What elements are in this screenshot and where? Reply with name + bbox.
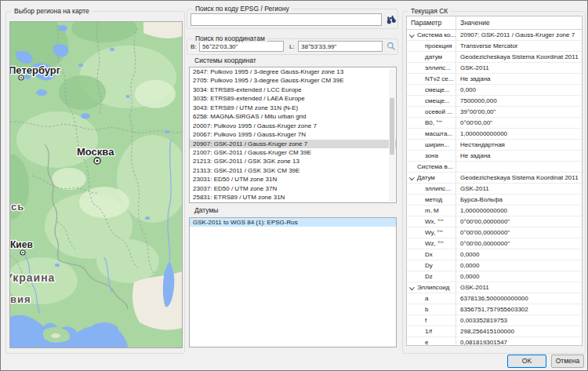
datum-list-item[interactable]: GSK-2011 to WGS 84 (1): EPSG-Rus	[190, 218, 396, 227]
cs-parameter-cell: b	[407, 304, 456, 315]
crs-list-item[interactable]: 2647: Pulkovo 1995 / 3-degree Gauss-Krug…	[190, 67, 396, 76]
cs-table-row[interactable]: Wz, °'"0°00'00,0000000"	[407, 238, 582, 249]
cs-table-row[interactable]: m, M1,000000000000	[407, 206, 582, 216]
ok-button[interactable]: OK	[507, 355, 546, 368]
cs-parameter-cell: смеще...	[407, 96, 456, 106]
cs-table-row[interactable]: осевой ...39°00'00,00"	[407, 107, 582, 118]
chevron-down-icon[interactable]	[409, 176, 414, 180]
cs-parameter-cell: Dy	[407, 260, 456, 271]
b-label: B:	[191, 43, 197, 50]
cs-table-row[interactable]: смеще...0,000	[407, 85, 582, 96]
cs-parameter-cell: Wy, °'"	[407, 227, 456, 238]
cs-parameter-cell: 1/f	[407, 326, 456, 336]
cs-table-row[interactable]: ЭллипсоидGSK-2011	[407, 282, 582, 293]
datum-list[interactable]: GSK-2011 to WGS 84 (1): EPSG-Rus	[189, 217, 397, 347]
crs-list-item[interactable]: 3043: ETRS89 / UTM zone 31N (N-E)	[190, 104, 396, 112]
crs-list-items: 2647: Pulkovo 1995 / 3-degree Gauss-Krug…	[190, 67, 396, 202]
column-header-parameter[interactable]: Параметр	[407, 16, 456, 29]
cs-parameter-cell: m, M	[407, 206, 456, 216]
cs-value-cell: 7500000,000	[456, 96, 582, 106]
cs-parameter-table[interactable]: Параметр Значение Система ко...20907: GS…	[406, 16, 583, 346]
crs-list-item[interactable]: 25831: ETRS89 / UTM zone 31N	[190, 193, 396, 202]
cs-parameter-cell: ширин...	[407, 140, 456, 150]
cs-parameter-cell: f	[407, 315, 456, 326]
chevron-down-icon[interactable]	[409, 33, 414, 38]
cs-table-row[interactable]: Dx0,0000	[407, 249, 582, 260]
crs-list-scrollbar-thumb[interactable]	[390, 98, 394, 155]
cs-table-row[interactable]: 1/f298,256415100000	[407, 326, 582, 337]
cs-table-row[interactable]: Dy0,0000	[407, 260, 582, 271]
cs-table-row[interactable]: Система ко...20907: GSK-2011 / Gauss-Kru…	[407, 30, 582, 41]
kiev-marker-dot	[22, 252, 24, 253]
crs-list-item[interactable]: 23037: ED50 / UTM zone 37N	[190, 184, 396, 193]
cs-parameter-cell: Wz, °'"	[407, 238, 456, 249]
crs-list-item[interactable]: 20067: Pulkovo 1995 / Gauss-Kruger 7N	[190, 130, 396, 139]
epsg-search-button[interactable]	[384, 13, 397, 25]
map-canvas: Петербург Москва Киев Украина сь вия	[10, 22, 182, 347]
cs-value-cell: 0°00'00,0000000"	[456, 238, 582, 249]
cs-table-row[interactable]: Dz0,0000	[407, 271, 582, 282]
l-label: L:	[289, 43, 295, 50]
cs-table-row[interactable]: масшта...1,000000000000	[407, 129, 582, 140]
l-coordinate-input[interactable]	[298, 41, 383, 52]
cs-value-cell: 6378136,500000000000	[456, 293, 582, 304]
chevron-down-icon[interactable]	[409, 286, 414, 290]
cs-table-row[interactable]: методБурса-Вольфа	[407, 195, 582, 206]
petersburg-marker-dot	[20, 77, 22, 78]
cs-parameter-cell: масшта...	[407, 129, 456, 139]
crs-list-item[interactable]: 2705: Pulkovo 1995 / 3-degree Gauss-Krug…	[190, 76, 396, 85]
cs-table-row[interactable]: f0,003352819753	[407, 315, 582, 326]
b-coordinate-input[interactable]	[199, 41, 284, 52]
map-label-belarus-fragment: сь	[11, 201, 24, 213]
cs-table-row[interactable]: a6378136,500000000000	[407, 293, 582, 304]
map-region-group-title: Выбор региона на карте	[12, 7, 92, 15]
crs-list-item[interactable]: 21007: GSK-2011 / Gauss-Kruger CM 39E	[190, 148, 396, 157]
cs-table-row[interactable]: эллипс...GSK-2011	[407, 184, 582, 195]
cs-table-row[interactable]: Wx, °'"0°00'00,0000000"	[407, 216, 582, 227]
crs-list-item[interactable]: 3034: ETRS89-extended / LCC Europe	[190, 85, 396, 94]
cs-parameter-cell: осевой ...	[407, 107, 456, 117]
cs-table-row[interactable]: Wy, °'"0°00'00,0000000"	[407, 227, 582, 238]
crs-list[interactable]: 2647: Pulkovo 1995 / 3-degree Gauss-Krug…	[189, 67, 397, 203]
cs-parameter-cell: смеще...	[407, 85, 456, 95]
cs-parameter-cell: B0, °'"	[407, 118, 456, 128]
map-label-ukraine: Украина	[10, 271, 55, 284]
cs-table-row[interactable]: датумGeodezicheskaya Sistema Koordinat 2…	[407, 52, 582, 63]
cs-table-row[interactable]: проекцияTransverse Mercator	[407, 41, 582, 52]
cs-parameter-cell: Dx	[407, 249, 456, 260]
crs-list-item[interactable]: 3035: ETRS89-extended / LAEA Europe	[190, 94, 396, 103]
cancel-button[interactable]: Отмена	[551, 355, 584, 368]
epsg-search-input[interactable]	[191, 13, 382, 26]
cs-value-cell: 20907: GSK-2011 / Gauss-Kruger zone 7	[456, 30, 582, 40]
cs-parameter-cell: NTv2 се...	[407, 74, 456, 84]
cs-value-cell: GSK-2011	[456, 282, 582, 293]
cs-value-cell: Не задана	[456, 151, 582, 161]
cs-parameter-cell: Wx, °'"	[407, 216, 456, 227]
cs-table-row[interactable]: ширин...Нестандартная	[407, 140, 582, 151]
crs-list-item[interactable]: 21313: GSK-2011 / GSK 3GK CM 39E	[190, 166, 396, 175]
cs-value-cell: 6356751,757955603302	[456, 304, 582, 315]
cs-table-row[interactable]: b6356751,757955603302	[407, 304, 582, 315]
map-label-moldova-fragment: вия	[10, 293, 31, 305]
cs-table-row[interactable]: NTv2 се...Не задана	[407, 74, 582, 85]
crs-list-item[interactable]: 20907: GSK-2011 / Gauss-Kruger zone 7	[190, 140, 396, 148]
cs-value-cell: 0°00'00,0000000"	[456, 216, 582, 227]
cs-table-row[interactable]: B0, °'"0°00'00,00"	[407, 118, 582, 129]
cs-table-row[interactable]: смеще...7500000,000	[407, 96, 582, 107]
crs-list-scrollbar[interactable]	[389, 68, 395, 202]
crs-list-item[interactable]: 21213: GSK-2011 / GSK 3GK zone 13	[190, 157, 396, 165]
crs-list-item[interactable]: 6258: MAGNA-SIRGAS / Mitu urban grid	[190, 112, 396, 121]
region-map[interactable]: Петербург Москва Киев Украина сь вия	[9, 21, 183, 348]
cs-table-row[interactable]: эллипс...GSK-2011	[407, 63, 582, 74]
coord-search-button[interactable]	[386, 41, 396, 51]
cs-table-row[interactable]: Система в...	[407, 162, 582, 173]
cs-parameter-cell: проекция	[407, 41, 456, 51]
crs-list-item[interactable]: 23031: ED50 / UTM zone 31N	[190, 175, 396, 184]
crs-list-item[interactable]: 20007: Pulkovo 1995 / Gauss-Kruger zone …	[190, 122, 396, 130]
cs-parameter-cell: Датум	[407, 173, 456, 183]
cs-table-row[interactable]: e0,081819301547	[407, 337, 582, 346]
cs-parameter-cell: Dz	[407, 271, 456, 282]
column-header-value[interactable]: Значение	[456, 16, 582, 29]
cs-table-row[interactable]: зонаНе задана	[407, 151, 582, 162]
cs-table-row[interactable]: ДатумGeodezicheskaya Sistema Koordinat 2…	[407, 173, 582, 184]
